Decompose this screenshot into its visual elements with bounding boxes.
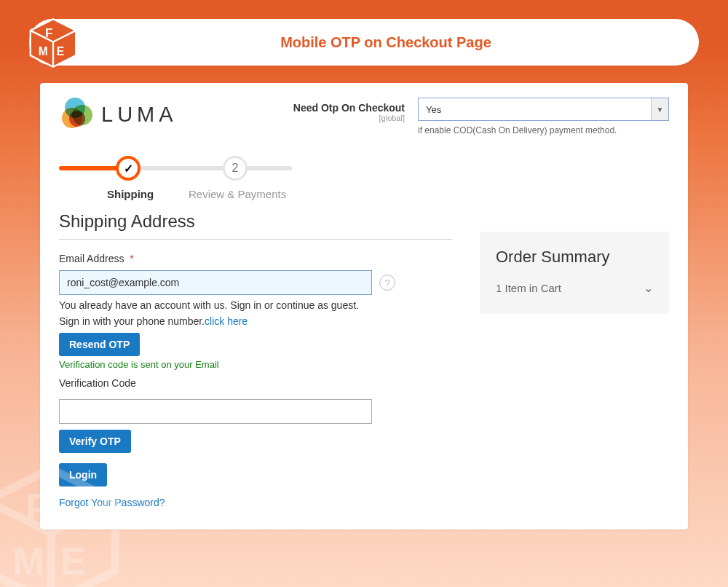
svg-text:M: M [39, 45, 48, 58]
resend-otp-button[interactable]: Resend OTP [59, 333, 140, 356]
config-help-text: if enable COD(Cash On Delivery) payment … [418, 125, 669, 135]
phone-signin-link[interactable]: click here [205, 315, 248, 327]
checkout-progress: ✓ 2 Shipping Review & Payments [59, 156, 292, 200]
required-asterisk: * [130, 253, 133, 264]
step-shipping-icon[interactable]: ✓ [116, 156, 141, 181]
order-summary-panel: Order Summary 1 Item in Cart ⌄ [480, 232, 669, 314]
verify-otp-button[interactable]: Verify OTP [59, 430, 131, 453]
verification-code-label: Verification Code [59, 377, 452, 389]
top-banner: F M E Mobile OTP on Checkout Page [29, 19, 699, 66]
svg-text:M: M [12, 540, 44, 583]
otp-sent-message: Verification code is sent on your Email [59, 359, 452, 370]
config-scope: [global] [293, 114, 405, 122]
svg-text:E: E [57, 45, 64, 58]
divider [59, 239, 452, 240]
chevron-down-icon: ⌄ [644, 281, 653, 295]
bg-cube-decor: F M E [0, 456, 131, 587]
config-label: Need Otp On Checkout [293, 102, 405, 114]
help-icon[interactable]: ? [379, 275, 395, 291]
svg-text:E: E [60, 540, 86, 583]
checkmark-icon: ✓ [124, 162, 133, 176]
step2-number: 2 [232, 162, 239, 175]
brand-name: LUMA [101, 103, 178, 127]
cart-items-toggle[interactable]: 1 Item in Cart ⌄ [496, 281, 653, 295]
step-review-icon[interactable]: 2 [223, 156, 248, 181]
otp-checkout-select[interactable]: Yes ▼ [418, 98, 669, 121]
section-title-shipping: Shipping Address [59, 211, 452, 232]
brand-block: LUMA [59, 98, 178, 131]
account-hint: You already have an account with us. Sig… [59, 299, 452, 311]
otp-checkout-select-value: Yes [426, 104, 441, 115]
step-review-label: Review & Payments [189, 188, 286, 200]
phone-signin-hint: Sign in with your phone number.click her… [59, 315, 452, 327]
email-label: Email Address * [59, 253, 452, 264]
order-summary-title: Order Summary [496, 248, 653, 267]
fme-logo-icon: F M E [25, 15, 82, 71]
cart-items-count: 1 Item in Cart [496, 282, 561, 294]
progress-line-incomplete [128, 166, 292, 170]
email-input[interactable] [59, 270, 372, 295]
step-shipping-label: Shipping [107, 188, 154, 200]
svg-text:F: F [45, 25, 52, 40]
verification-code-input[interactable] [59, 399, 372, 424]
banner-title: Mobile OTP on Checkout Page [280, 34, 491, 51]
main-card: LUMA Need Otp On Checkout [global] Yes ▼… [40, 83, 688, 529]
dropdown-arrow-icon: ▼ [651, 98, 668, 120]
luma-logo-icon [59, 98, 92, 131]
svg-text:F: F [25, 485, 51, 532]
